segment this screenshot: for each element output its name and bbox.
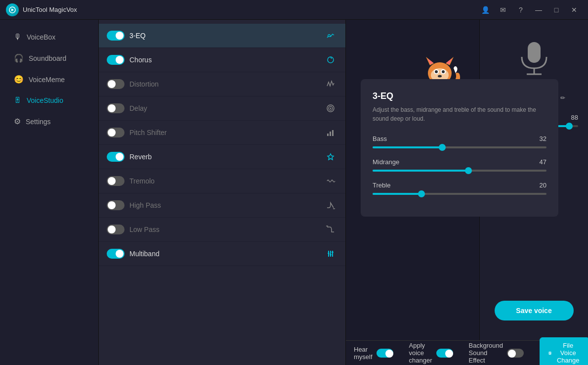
background-sound-effect-item: Background Sound Effect <box>469 342 524 364</box>
svg-rect-31 <box>528 42 541 63</box>
svg-point-3 <box>328 57 334 63</box>
effect-name-distortion: Distortion <box>129 80 319 88</box>
effect-row-tremolo[interactable]: Tremolo <box>99 169 345 193</box>
file-icon <box>548 349 552 357</box>
effect-row-3eq[interactable]: 3-EQ <box>99 24 345 48</box>
effect-icon-delay <box>324 101 337 115</box>
user-icon[interactable]: 👤 <box>477 2 493 18</box>
voicememe-icon: 😊 <box>14 75 24 84</box>
effect-row-highpass[interactable]: High Pass <box>99 193 345 218</box>
volume-thumb[interactable] <box>566 123 573 130</box>
mail-icon[interactable]: ✉ <box>495 2 511 18</box>
apply-voice-changer-toggle[interactable] <box>436 349 453 358</box>
sidebar-item-soundboard[interactable]: 🎧 Soundboard <box>4 48 94 68</box>
effect-row-chorus[interactable]: Chorus <box>99 48 345 72</box>
background-sound-effect-label: Background Sound Effect <box>469 342 503 364</box>
effect-name-chorus: Chorus <box>129 56 319 64</box>
close-button[interactable]: ✕ <box>566 2 582 18</box>
svg-point-30 <box>438 75 442 78</box>
bass-value: 32 <box>540 135 546 142</box>
background-sound-effect-toggle[interactable] <box>507 349 524 358</box>
toggle-3eq[interactable] <box>107 31 125 41</box>
sidebar-item-settings[interactable]: ⚙ Settings <box>4 112 94 131</box>
bass-slider-row: Bass 32 <box>373 135 546 148</box>
main-layout: 🎙 VoiceBox 🎧 Soundboard 😊 VoiceMeme 🎚 Vo… <box>0 20 588 365</box>
effect-icon-highpass <box>324 198 337 212</box>
sidebar-label-soundboard: Soundboard <box>29 54 66 62</box>
file-voice-change-button[interactable]: File Voice Change <box>540 337 588 365</box>
toggle-delay[interactable] <box>107 103 125 113</box>
volume-value: 88 <box>571 114 578 121</box>
effect-icon-chorus <box>324 53 337 67</box>
maximize-button[interactable]: □ <box>548 2 564 18</box>
effect-name-pitchshifter: Pitch Shifter <box>129 129 319 137</box>
save-voice-button[interactable]: Save voice <box>495 301 574 320</box>
effect-name-lowpass: Low Pass <box>129 226 319 233</box>
window-controls: 👤 ✉ ? — □ ✕ <box>477 2 582 18</box>
effects-panel: 3-EQ Chorus Distortion <box>99 20 346 365</box>
effect-row-delay[interactable]: Delay <box>99 96 345 121</box>
toggle-reverb[interactable] <box>107 152 125 162</box>
sidebar: 🎙 VoiceBox 🎧 Soundboard 😊 VoiceMeme 🎚 Vo… <box>0 20 99 365</box>
bass-label: Bass <box>373 135 387 142</box>
toggle-chorus[interactable] <box>107 55 125 65</box>
effect-row-multiband[interactable]: Multiband <box>99 242 345 266</box>
treble-label: Treble <box>373 182 390 189</box>
effect-row-reverb[interactable]: Reverb <box>99 145 345 169</box>
treble-thumb[interactable] <box>418 190 425 197</box>
edit-icon[interactable]: ✏ <box>560 94 565 101</box>
effect-name-multiband: Multiband <box>129 250 319 258</box>
sidebar-item-voicebox[interactable]: 🎙 VoiceBox <box>4 28 94 46</box>
svg-point-7 <box>330 108 332 109</box>
effect-icon-tremolo <box>324 174 337 188</box>
effect-row-lowpass[interactable]: Low Pass <box>99 218 345 242</box>
effect-icon-reverb <box>324 150 337 164</box>
eq-panel: 3-EQ Adjust the bass, midrange and trebl… <box>361 79 558 217</box>
help-icon[interactable]: ? <box>513 2 529 18</box>
apply-voice-changer-label: Apply voice changer <box>409 342 432 364</box>
sidebar-item-voicestudio[interactable]: 🎚 VoiceStudio <box>4 91 94 110</box>
midrange-slider-header: Midrange 47 <box>373 158 546 166</box>
minimize-button[interactable]: — <box>531 2 546 18</box>
svg-rect-9 <box>330 132 331 136</box>
sidebar-item-voicememe[interactable]: 😊 VoiceMeme <box>4 70 94 89</box>
midrange-label: Midrange <box>373 158 399 166</box>
svg-marker-1 <box>11 8 14 11</box>
midrange-slider-row: Midrange 47 <box>373 158 546 172</box>
voicebox-icon: 🎙 <box>14 33 22 42</box>
effect-name-highpass: High Pass <box>129 201 319 209</box>
settings-icon: ⚙ <box>14 117 21 126</box>
bass-slider-header: Bass 32 <box>373 135 546 142</box>
hear-myself-item: Hear myself <box>354 346 393 361</box>
voicestudio-icon: 🎚 <box>14 96 22 105</box>
effect-icon-3eq <box>324 29 337 43</box>
bottom-bar: Hear myself Apply voice changer Backgrou… <box>346 340 588 365</box>
app-title: UnicTool MagicVox <box>23 6 477 13</box>
midrange-thumb[interactable] <box>465 167 472 174</box>
effect-icon-pitchshifter <box>324 126 337 139</box>
bass-thumb[interactable] <box>439 144 446 151</box>
effect-name-reverb: Reverb <box>129 153 319 161</box>
toggle-lowpass[interactable] <box>107 225 125 234</box>
eq-title: 3-EQ <box>373 91 546 101</box>
treble-slider-row: Treble 20 <box>373 182 546 195</box>
treble-fill <box>373 193 421 195</box>
treble-track[interactable] <box>373 193 546 195</box>
toggle-distortion[interactable] <box>107 79 125 89</box>
titlebar: UnicTool MagicVox 👤 ✉ ? — □ ✕ <box>0 0 588 20</box>
effect-row-pitchshifter[interactable]: Pitch Shifter <box>99 121 345 145</box>
midrange-track[interactable] <box>373 170 546 172</box>
treble-value: 20 <box>540 182 546 189</box>
bass-track[interactable] <box>373 146 546 148</box>
toggle-tremolo[interactable] <box>107 176 125 186</box>
sidebar-label-voicebox: VoiceBox <box>27 33 55 41</box>
effect-icon-distortion <box>324 77 337 91</box>
svg-point-28 <box>435 70 438 73</box>
effect-name-3eq: 3-EQ <box>129 32 319 40</box>
effect-row-distortion[interactable]: Distortion <box>99 72 345 96</box>
hear-myself-toggle[interactable] <box>377 349 393 358</box>
effect-name-delay: Delay <box>129 104 319 112</box>
toggle-pitchshifter[interactable] <box>107 128 125 137</box>
toggle-multiband[interactable] <box>107 249 125 259</box>
toggle-highpass[interactable] <box>107 200 125 210</box>
